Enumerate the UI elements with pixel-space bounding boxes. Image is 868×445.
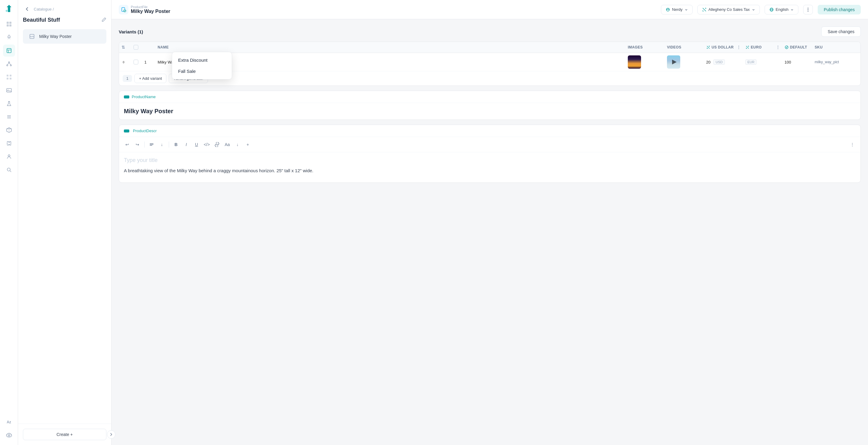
row-select-checkbox[interactable] — [133, 60, 138, 64]
more-options-button[interactable] — [803, 5, 813, 14]
row-checkbox[interactable] — [131, 57, 143, 67]
sku-header: Sku — [812, 42, 861, 53]
content-area: Variants (1) Save changes ⇅ Name Images — [112, 19, 868, 445]
svg-point-33 — [667, 9, 668, 10]
sidebar-dashboard-icon[interactable] — [3, 18, 15, 30]
images-header: Images — [625, 42, 664, 53]
nav-item-milky-way-poster[interactable]: Milky Way Poster — [23, 29, 106, 44]
svg-rect-14 — [10, 75, 11, 76]
save-changes-button[interactable]: Save changes — [821, 27, 861, 37]
sidebar-media-icon[interactable] — [3, 84, 15, 96]
sidebar-search-icon[interactable] — [3, 164, 15, 176]
align-button[interactable] — [147, 140, 156, 149]
language-button[interactable]: English — [765, 5, 799, 14]
toolbar-divider-1 — [144, 141, 145, 147]
sidebar-rocket-icon[interactable] — [3, 31, 15, 43]
product-file-badge: ProductFile Milky Way Poster — [119, 5, 170, 14]
edit-store-icon[interactable] — [101, 17, 106, 23]
underline-button[interactable]: U — [192, 140, 201, 149]
main-content: ProductFile Milky Way Poster Nerdy Alleg… — [112, 0, 868, 445]
description-toolbar: ↩ ↪ ↓ B I U </> Aa ↓ + ⋮ — [119, 137, 861, 152]
svg-point-10 — [10, 65, 11, 66]
topbar-product-title: Milky Way Poster — [131, 9, 170, 14]
description-content[interactable]: Type your title A breathtaking view of t… — [119, 152, 861, 182]
redo-button[interactable]: ↪ — [133, 140, 142, 149]
sidebar-team-icon[interactable] — [3, 150, 15, 163]
product-icon — [28, 32, 36, 41]
product-name-input[interactable] — [124, 108, 856, 115]
left-panel: Catalogue / Beautiful Stuff Milky Way Po… — [18, 0, 112, 445]
num-header — [143, 44, 155, 50]
code-button[interactable]: </> — [202, 140, 211, 149]
font-down-button[interactable]: ↓ — [233, 140, 242, 149]
description-text: A breathtaking view of the Milky Way beh… — [124, 167, 856, 174]
row-images[interactable] — [625, 53, 664, 71]
svg-point-4 — [8, 37, 9, 38]
product-name-content — [119, 103, 861, 119]
create-button[interactable]: Create + — [23, 429, 106, 440]
svg-point-8 — [8, 62, 10, 63]
svg-point-28 — [8, 435, 10, 436]
nav-item-label: Milky Way Poster — [39, 34, 72, 39]
row-default: 100 — [782, 58, 812, 67]
sidebar-puzzle-icon[interactable] — [3, 137, 15, 149]
link-button[interactable] — [213, 140, 221, 149]
language-label: English — [776, 7, 789, 12]
tax-button[interactable]: Allegheny Co Sales Tax — [698, 5, 760, 14]
dropdown-menu: Extra Discount Fall Sale — [172, 52, 232, 79]
checkbox-header[interactable] — [131, 42, 143, 53]
publish-button[interactable]: Publish changes — [818, 5, 861, 14]
usd-col-more[interactable]: ⋮ — [737, 45, 741, 49]
italic-button[interactable]: I — [182, 140, 191, 149]
svg-point-9 — [7, 65, 8, 66]
sidebar-apps-icon[interactable] — [3, 71, 15, 83]
sidebar-settings-icon[interactable] — [3, 429, 15, 441]
eur-badge: EUR — [745, 59, 756, 65]
product-file-info: ProductFile Milky Way Poster — [131, 5, 170, 14]
sidebar-list-icon[interactable] — [3, 111, 15, 123]
sort-header: ⇅ — [119, 42, 131, 53]
logo[interactable] — [4, 4, 14, 14]
more-toolbar-button[interactable]: ⋮ — [848, 140, 857, 149]
nerdy-label: Nerdy — [672, 7, 683, 12]
add-variant-button[interactable]: + Add variant — [134, 74, 166, 83]
field-icon — [124, 96, 129, 98]
sidebar-translate-icon[interactable]: Az — [3, 416, 15, 428]
svg-point-37 — [808, 7, 809, 8]
dropdown-fall-sale[interactable]: Fall Sale — [172, 66, 232, 77]
product-descr-header: ProductDescr — [119, 125, 861, 137]
product-image-thumbnail[interactable] — [628, 56, 641, 69]
sidebar-science-icon[interactable] — [3, 98, 15, 110]
topbar: ProductFile Milky Way Poster Nerdy Alleg… — [112, 0, 868, 19]
add-element-button[interactable]: + — [243, 140, 252, 149]
nerdy-button[interactable]: Nerdy — [661, 5, 692, 14]
row-price-eur: EUR — [743, 57, 782, 67]
select-all-checkbox[interactable] — [133, 45, 138, 50]
row-drag-handle[interactable] — [119, 58, 131, 67]
row-price-usd: 20 USD — [704, 57, 743, 67]
align-down-button[interactable]: ↓ — [157, 140, 166, 149]
sidebar-nodes-icon[interactable] — [3, 58, 15, 70]
row-sku: milky_way_pict — [812, 58, 861, 67]
eur-col-more[interactable]: ⋮ — [776, 45, 780, 49]
product-name-label: ProductName — [132, 95, 156, 99]
sidebar-catalog-icon[interactable] — [3, 44, 15, 57]
sort-icon: ⇅ — [121, 45, 125, 50]
svg-point-25 — [8, 155, 10, 157]
product-video-thumbnail[interactable] — [667, 56, 680, 69]
name-header: Name — [155, 42, 625, 53]
svg-line-11 — [7, 63, 9, 65]
svg-line-27 — [10, 171, 11, 172]
svg-rect-0 — [7, 22, 9, 24]
variant-count: 1 — [123, 75, 132, 82]
bold-button[interactable]: B — [172, 140, 181, 149]
sidebar-box-icon[interactable] — [3, 124, 15, 136]
back-button[interactable] — [23, 5, 31, 13]
variants-bar: Variants (1) Save changes — [119, 27, 861, 37]
row-videos[interactable] — [664, 53, 704, 71]
undo-button[interactable]: ↩ — [123, 140, 132, 149]
svg-point-26 — [7, 168, 10, 171]
font-button[interactable]: Aa — [223, 140, 232, 149]
dropdown-extra-discount[interactable]: Extra Discount — [172, 55, 232, 66]
product-description-section: ProductDescr ↩ ↪ ↓ B I U </> Aa ↓ — [119, 125, 861, 183]
